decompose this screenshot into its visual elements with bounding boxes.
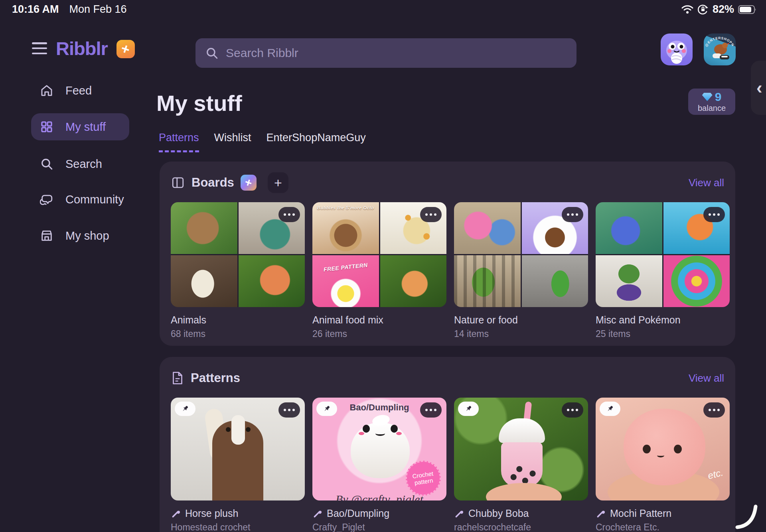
- board-card-misc-and-pokemon[interactable]: Misc and Pokémon 25 items: [596, 202, 730, 339]
- board-cover: Bubbles the S'more Octo FREE PATTERN: [312, 202, 446, 307]
- board-card-animals[interactable]: Animals 68 items: [171, 202, 305, 339]
- board-tile-image: [454, 255, 521, 307]
- pin-icon[interactable]: [600, 402, 620, 416]
- app-logo[interactable]: Ribblr: [56, 37, 108, 59]
- board-item-count: 68 items: [171, 329, 305, 339]
- board-tile-image: [380, 255, 447, 307]
- date: Mon Feb 16: [69, 3, 127, 16]
- collapse-panel-handle[interactable]: ‹: [751, 61, 766, 115]
- board-title: Misc and Pokémon: [596, 314, 730, 326]
- sidebar-item-feed[interactable]: Feed: [31, 77, 129, 104]
- image-watermark: etc.: [707, 467, 725, 482]
- pattern-author[interactable]: rachelscrochetcafe: [454, 522, 588, 532]
- more-options-button[interactable]: [562, 402, 583, 418]
- image-byline: By @crafty_piglet: [312, 493, 446, 500]
- board-tile-image: [663, 255, 730, 307]
- board-item-count: 14 items: [454, 329, 588, 339]
- more-options-button[interactable]: [562, 207, 583, 222]
- crochet-hook-icon: [171, 508, 181, 519]
- patterns-section: Patterns View all Horse plush H: [160, 357, 735, 532]
- diamond-icon: [702, 93, 713, 101]
- chat-bubbles-icon: [40, 193, 53, 206]
- tab-shop-name[interactable]: EnterShopNameGuy: [267, 132, 366, 152]
- boards-section: Boards + + View all Animals 68 items Bub…: [160, 162, 735, 346]
- battery-icon: [738, 5, 756, 14]
- board-cover: [596, 202, 730, 307]
- pattern-image: Bao/Dumpling Crochet pattern By @crafty_…: [312, 398, 446, 500]
- add-board-button[interactable]: +: [268, 172, 288, 193]
- board-cover: [171, 202, 305, 307]
- board-card-animal-food-mix[interactable]: Bubbles the S'more Octo FREE PATTERN Ani…: [312, 202, 446, 339]
- menu-icon[interactable]: [32, 42, 47, 54]
- sidebar-item-label: My stuff: [65, 120, 106, 134]
- pin-icon[interactable]: [175, 402, 195, 416]
- patterns-view-all-link[interactable]: View all: [689, 372, 724, 384]
- crochet-hook-icon: [596, 508, 606, 519]
- storefront-icon: [40, 229, 53, 242]
- balance-value: 9: [715, 91, 722, 103]
- grid-icon: [40, 120, 53, 134]
- board-tile-image: FREE PATTERN: [312, 255, 379, 307]
- pattern-title: Mochi Pattern: [610, 508, 671, 519]
- board-title: Animal food mix: [312, 314, 446, 326]
- search-bar[interactable]: [195, 38, 576, 68]
- pattern-image: etc.: [596, 398, 730, 500]
- document-icon: [171, 371, 184, 385]
- balance-label: balance: [698, 104, 726, 113]
- section-title: Boards: [192, 175, 234, 190]
- wifi-icon: [681, 5, 693, 14]
- board-tile-image: Bubbles the S'more Octo: [312, 202, 379, 254]
- tile-caption: Bubbles the S'more Octo: [312, 205, 379, 210]
- more-options-button[interactable]: [278, 402, 300, 418]
- sidebar-item-label: My shop: [65, 229, 109, 242]
- pin-icon[interactable]: [458, 402, 479, 416]
- sidebar-item-my-stuff[interactable]: My stuff: [31, 113, 129, 140]
- clock: 10:16 AM: [12, 3, 59, 16]
- pattern-author[interactable]: Homestead crochet: [171, 522, 305, 532]
- pattern-card-mochi-pattern[interactable]: etc. Mochi Pattern Crochetera Etc.: [596, 398, 730, 532]
- profile-avatar[interactable]: @ENTERSHOPNAMEGUY: [704, 33, 736, 65]
- pattern-title: Bao/Dumpling: [327, 508, 389, 519]
- sidebar-item-community[interactable]: Community: [31, 186, 129, 213]
- more-options-button[interactable]: [420, 207, 442, 222]
- board-tile-image: [596, 255, 662, 307]
- sidebar-item-my-shop[interactable]: My shop: [31, 222, 129, 249]
- search-icon: [205, 46, 219, 60]
- pattern-image: [454, 398, 588, 500]
- board-item-count: 25 items: [596, 329, 730, 339]
- balance-badge[interactable]: 9 balance: [688, 89, 735, 115]
- sidebar-item-search[interactable]: Search: [31, 150, 129, 177]
- tab-patterns[interactable]: Patterns: [159, 132, 199, 152]
- board-card-nature-or-food[interactable]: Nature or food 14 items: [454, 202, 588, 339]
- battery-percent: 82%: [713, 3, 734, 16]
- board-tile-image: [171, 202, 237, 254]
- board-tile-image: [522, 255, 588, 307]
- tab-wishlist[interactable]: Wishlist: [214, 132, 251, 152]
- board-title: Nature or food: [454, 314, 588, 326]
- section-title: Patterns: [191, 371, 240, 385]
- pattern-card-chubby-boba[interactable]: Chubby Boba rachelscrochetcafe: [454, 398, 588, 532]
- pattern-title: Chubby Boba: [468, 508, 529, 519]
- home-icon: [40, 84, 53, 97]
- more-options-button[interactable]: [278, 207, 300, 222]
- pattern-author[interactable]: Crafty_Piglet: [312, 522, 446, 532]
- search-input[interactable]: [226, 46, 567, 60]
- pattern-author[interactable]: Crochetera Etc.: [596, 522, 730, 532]
- image-badge: Crochet pattern: [403, 458, 443, 498]
- boards-view-all-link[interactable]: View all: [689, 177, 724, 189]
- pin-icon[interactable]: [316, 402, 337, 416]
- status-bar-right: 82%: [681, 3, 756, 16]
- board-item-count: 26 items: [312, 329, 446, 339]
- pattern-card-horse-plush[interactable]: Horse plush Homestead crochet: [171, 398, 305, 532]
- more-options-button[interactable]: [703, 207, 725, 222]
- more-options-button[interactable]: [703, 402, 725, 418]
- tab-bar: Patterns Wishlist EnterShopNameGuy: [159, 132, 366, 152]
- mascot-avatar[interactable]: [661, 33, 693, 65]
- more-options-button[interactable]: [420, 402, 442, 418]
- tile-caption: FREE PATTERN: [312, 260, 379, 274]
- pattern-card-bao-dumpling[interactable]: Bao/Dumpling Crochet pattern By @crafty_…: [312, 398, 446, 532]
- sidebar-item-label: Community: [65, 193, 124, 206]
- board-tile-image: [171, 255, 237, 307]
- board-cover: [454, 202, 588, 307]
- page-title: My stuff: [156, 90, 242, 116]
